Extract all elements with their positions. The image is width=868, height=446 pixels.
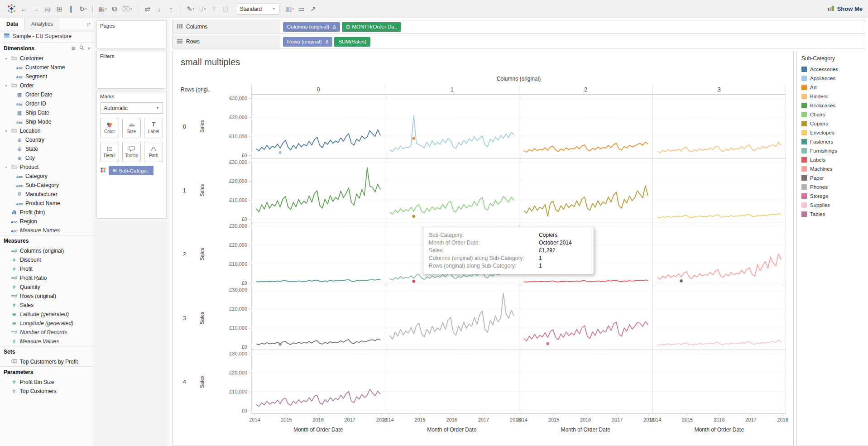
filters-shelf[interactable]: Filters [96,51,167,89]
pages-shelf[interactable]: Pages [96,20,167,48]
datasource-item[interactable]: Sample - EU Superstore [0,30,94,43]
set-top-customers-by-profit[interactable]: Top Customers by Profit [0,357,94,366]
field-discount[interactable]: #Discount [0,255,94,264]
field-profit[interactable]: #Profit [0,264,94,273]
show-mark-labels-button[interactable]: T [209,3,220,15]
share-button[interactable]: ↗ [308,3,319,15]
duplicate-button[interactable]: ⧉ [109,3,120,15]
field-region[interactable]: AbcRegion [0,217,94,226]
fix-axes-button[interactable]: ⊡ [221,3,231,15]
chart-cell-bookcases[interactable] [251,158,385,222]
sum-sales-pill[interactable]: SUM(Sales) [334,37,370,47]
chart-cell-appliances[interactable] [385,95,518,158]
chart-cell-phones[interactable] [385,286,518,350]
field-order-id[interactable]: AbcOrder ID [0,99,94,108]
parameter-profit-bin-size[interactable]: #Profit Bin Size [0,378,94,387]
field-number-of-records[interactable]: =#Number of Records [0,328,94,337]
run-updates-button[interactable]: ↻▾ [77,3,88,15]
field-order[interactable]: ▾Order [0,81,94,90]
label-button[interactable]: TLabel [144,118,163,138]
detail-button[interactable]: Detail [100,142,119,162]
field-city[interactable]: ⊕City [0,153,94,163]
view-as-icon[interactable]: ▦ [72,46,76,51]
chart-cell-accessories[interactable] [251,95,385,158]
y-axis-row-4[interactable]: Sales£30,000£20,000£10,000£0 [198,350,251,414]
pause-updates-button[interactable]: ∥ [66,3,77,15]
chart-cell-art[interactable] [519,95,652,158]
field-ship-date[interactable]: ▦Ship Date [0,108,94,117]
field-order-date[interactable]: ▦Order Date [0,90,94,99]
chart-cell-storage[interactable] [519,286,652,350]
y-axis-row-1[interactable]: Sales£30,000£20,000£10,000£0 [198,158,251,222]
undo-button[interactable]: ← [19,3,29,15]
chart-cell-supplies[interactable] [652,286,786,350]
path-button[interactable]: Path [144,142,163,162]
tab-data[interactable]: Data [0,18,24,30]
clear-sheet-button[interactable]: ⌧▾ [121,3,134,15]
columns-shelf[interactable]: Columns Columns (original)Δ⊞MONTH(Order … [172,20,865,34]
chart-cell-copiers[interactable] [519,158,652,222]
new-worksheet-button[interactable]: ▦▾ [97,3,108,15]
legend-item-machines[interactable]: Machines [797,164,868,173]
legend-item-bookcases[interactable]: Bookcases [797,101,868,110]
chart-cell-envelopes[interactable] [652,158,786,222]
x-axis-col-1[interactable]: 20142015201620172018 [385,414,518,425]
color-button[interactable]: Color [100,118,119,138]
chart-cell-r4c2[interactable] [519,350,652,414]
expand-caret-icon[interactable]: ▾ [4,84,8,88]
legend-item-labels[interactable]: Labels [797,155,868,164]
x-axis-col-3[interactable]: 20142015201620172018 [652,414,786,425]
size-button[interactable]: Size [122,118,141,138]
field-profit-bin[interactable]: Profit (bin) [0,208,94,217]
field-product[interactable]: ▾Product [0,163,94,172]
x-axis-col-0[interactable]: 20142015201620172018 [251,414,385,425]
expand-caret-icon[interactable]: ▾ [4,129,8,133]
fit-dropdown[interactable]: Standard▼ [236,4,280,14]
chart-cell-chairs[interactable] [385,158,518,222]
chart-cell-tables[interactable] [251,350,385,414]
field-measure-values[interactable]: #Measure Values [0,337,94,346]
month-order-da-pill[interactable]: ⊞MONTH(Order Da.. [342,22,401,32]
mark-type-dropdown[interactable]: Automatic▼ [100,102,163,114]
field-longitude-generated[interactable]: ⊕Longitude (generated) [0,319,94,328]
field-segment[interactable]: AbcSegment [0,72,94,81]
legend-item-paper[interactable]: Paper [797,173,868,182]
y-axis-row-2[interactable]: Sales£30,000£20,000£10,000£0 [198,222,251,286]
chart-cell-paper[interactable] [251,286,385,350]
rows-shelf[interactable]: Rows Rows (original)ΔSUM(Sales) [172,35,865,48]
field-columns-original[interactable]: =#Columns (original) [0,246,94,255]
legend-item-binders[interactable]: Binders [797,92,868,101]
tooltip-button[interactable]: Tooltip [122,142,141,162]
y-axis-row-0[interactable]: Sales£30,000£20,000£10,000£0 [198,95,251,158]
expand-caret-icon[interactable]: ▾ [4,57,8,61]
group-button[interactable]: ∪▾ [197,3,208,15]
legend-item-chairs[interactable]: Chairs [797,110,868,119]
chart-cell-r4c1[interactable] [385,350,518,414]
sort-descending-button[interactable]: ↑ [166,3,177,15]
chart-cell-fasteners[interactable] [251,222,385,286]
show-cards-button[interactable]: ▥▾ [284,3,295,15]
field-ship-mode[interactable]: AbcShip Mode [0,117,94,126]
chart-cell-machines[interactable] [652,222,786,286]
field-measure-names[interactable]: AbcMeasure Names [0,226,94,235]
presentation-button[interactable]: ▭ [296,3,307,15]
legend-item-furnishings[interactable]: Furnishings [797,146,868,155]
field-quantity[interactable]: #Quantity [0,283,94,292]
pane-options-icon[interactable]: ⇄ [84,18,94,30]
field-sales[interactable]: #Sales [0,301,94,310]
show-me-button[interactable]: Show Me [837,5,863,12]
field-manufacturer[interactable]: Manufacturer [0,190,94,199]
highlight-button[interactable]: ✎▾ [185,3,196,15]
field-rows-original[interactable]: =#Rows (original) [0,292,94,301]
chart-cell-binders[interactable] [652,95,786,158]
field-product-name[interactable]: AbcProduct Name [0,199,94,208]
rows-original-pill[interactable]: Rows (original)Δ [283,37,332,47]
field-country[interactable]: ⊕Country [0,135,94,144]
legend-item-tables[interactable]: Tables [797,210,868,219]
swap-button[interactable]: ⇄ [142,3,153,15]
parameter-top-customers[interactable]: #Top Customers [0,387,94,396]
new-datasource-button[interactable]: ⊞ [54,3,65,15]
field-sub-category[interactable]: AbcSub-Category [0,181,94,190]
legend-item-art[interactable]: Art [797,83,868,92]
field-location[interactable]: ▾Location [0,126,94,135]
